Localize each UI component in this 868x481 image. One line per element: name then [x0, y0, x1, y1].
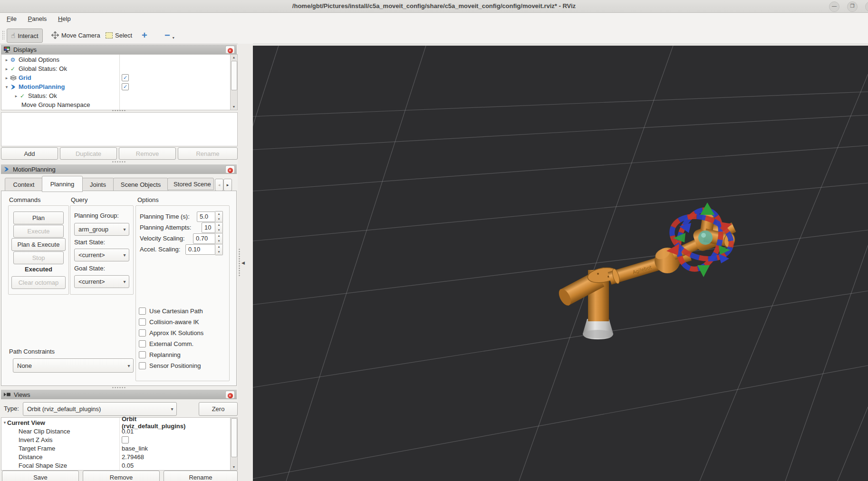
- scroll-up-icon[interactable]: ▲: [231, 55, 237, 60]
- splitter-handle[interactable]: [112, 110, 126, 111]
- approx-ik-solutions-checkbox[interactable]: [139, 329, 146, 337]
- motionplanning-panel-header[interactable]: MotionPlanning ✕: [1, 164, 237, 174]
- tab-context[interactable]: Context: [5, 178, 43, 191]
- approx-ik-solutions-row[interactable]: Approx IK Solutions: [139, 329, 203, 337]
- external-comm-checkbox[interactable]: [139, 340, 146, 347]
- display-duplicate-button[interactable]: Duplicate: [60, 147, 117, 160]
- use-cartesian-path-checkbox[interactable]: [139, 308, 146, 315]
- spin-up-icon[interactable]: ▴: [215, 222, 222, 228]
- spin-up-icon[interactable]: ▴: [215, 212, 222, 217]
- menu-help[interactable]: Help: [53, 13, 76, 25]
- tab-scroll-left-button[interactable]: ◂: [215, 179, 223, 191]
- views-rename-button[interactable]: Rename: [164, 471, 238, 481]
- grid-enabled-checkbox[interactable]: ✓: [122, 74, 129, 81]
- clear-octomap-button[interactable]: Clear octomap: [11, 276, 66, 289]
- menu-panels[interactable]: Panels: [23, 13, 52, 25]
- tab-stored-scene[interactable]: Stored Scene: [167, 178, 214, 190]
- invert-z-checkbox[interactable]: [122, 436, 129, 443]
- views-zero-button[interactable]: Zero: [199, 402, 238, 416]
- expander-icon[interactable]: ▸: [14, 94, 19, 98]
- display-rename-button[interactable]: Rename: [178, 147, 238, 160]
- execute-button[interactable]: Execute: [13, 225, 64, 238]
- stop-button[interactable]: Stop: [13, 251, 64, 264]
- use-cartesian-path-row[interactable]: Use Cartesian Path: [139, 308, 203, 315]
- spin-down-icon[interactable]: ▾: [215, 228, 222, 233]
- views-row-target-frame[interactable]: Target Frame base_link: [1, 444, 55, 452]
- select-tool[interactable]: Select: [102, 29, 136, 42]
- expander-icon[interactable]: ▸: [4, 58, 9, 62]
- splitter-handle[interactable]: [112, 387, 126, 388]
- tree-row-global-options[interactable]: ▸ ⚙ Global Options: [1, 55, 59, 64]
- tree-row-mp-status[interactable]: ▸ ✓ Status: Ok: [1, 91, 57, 100]
- views-row-value[interactable]: 0.01: [122, 428, 134, 435]
- displays-panel-header[interactable]: Displays ✕: [1, 45, 237, 54]
- start-state-select[interactable]: <current> ▾: [74, 249, 129, 261]
- replanning-row[interactable]: Replanning: [139, 351, 181, 358]
- scroll-down-icon[interactable]: ▼: [231, 104, 237, 110]
- accel-scaling-value[interactable]: 0.10: [185, 244, 215, 255]
- views-close-button[interactable]: ✕: [225, 391, 235, 399]
- move-camera-tool[interactable]: Move Camera: [48, 29, 104, 42]
- views-row-value[interactable]: base_link: [122, 445, 148, 452]
- scrollbar-thumb[interactable]: [231, 61, 237, 90]
- tab-scene-objects[interactable]: Scene Objects: [113, 178, 168, 191]
- spin-down-icon[interactable]: ▾: [215, 217, 222, 222]
- planning-attempts-value[interactable]: 10: [202, 222, 215, 233]
- tab-scroll-right-button[interactable]: ▸: [223, 179, 232, 191]
- sensor-positioning-row[interactable]: Sensor Positioning: [139, 362, 201, 369]
- spin-down-icon[interactable]: ▾: [215, 239, 222, 244]
- display-remove-button[interactable]: Remove: [119, 147, 176, 160]
- views-save-button[interactable]: Save: [2, 471, 79, 481]
- path-constraints-select[interactable]: None ▾: [13, 358, 134, 373]
- accel-scaling-spinbox[interactable]: 0.10 ▴▾: [185, 244, 223, 255]
- interact-tool[interactable]: ☝ Interact: [7, 29, 43, 43]
- splitter-handle[interactable]: [112, 161, 126, 163]
- restore-button[interactable]: ❐: [847, 1, 858, 12]
- replanning-checkbox[interactable]: [139, 351, 146, 358]
- planning-time-value[interactable]: 5.0: [197, 212, 215, 222]
- expander-icon[interactable]: ▾: [4, 85, 9, 89]
- velocity-scaling-value[interactable]: 0.70: [193, 233, 215, 244]
- spin-down-icon[interactable]: ▾: [215, 250, 222, 255]
- views-panel-header[interactable]: Views ✕: [1, 390, 237, 399]
- plan-button[interactable]: Plan: [13, 212, 64, 224]
- expander-icon[interactable]: ▾: [2, 420, 7, 425]
- views-type-select[interactable]: Orbit (rviz_default_plugins) ▾: [23, 402, 177, 416]
- tree-row-global-status[interactable]: ▸ ✓ Global Status: Ok: [1, 64, 67, 73]
- plan-and-execute-button[interactable]: Plan & Execute: [11, 238, 66, 251]
- views-row-invert-z[interactable]: Invert Z Axis: [1, 435, 53, 444]
- minimize-button[interactable]: —: [829, 1, 839, 12]
- display-add-button[interactable]: Add: [1, 147, 58, 160]
- collapse-panel-arrow-icon[interactable]: ◀: [241, 260, 245, 265]
- scroll-down-icon[interactable]: ▼: [231, 464, 237, 470]
- toolbar-grip[interactable]: [2, 30, 5, 40]
- add-tool-button[interactable]: +: [138, 29, 151, 42]
- tab-planning[interactable]: Planning: [42, 176, 83, 192]
- views-remove-button[interactable]: Remove: [83, 471, 160, 481]
- velocity-scaling-spinbox[interactable]: 0.70 ▴▾: [193, 233, 223, 244]
- views-row-current-view[interactable]: ▾ Current View Orbit (rviz_default_plugi…: [1, 418, 45, 427]
- planning-group-select[interactable]: arm_group ▾: [74, 223, 129, 236]
- marker-center-sphere[interactable]: [698, 231, 713, 245]
- spin-up-icon[interactable]: ▴: [215, 233, 222, 239]
- collision-aware-ik-checkbox[interactable]: [139, 318, 146, 326]
- tab-joints[interactable]: Joints: [82, 178, 114, 191]
- external-comm-row[interactable]: External Comm.: [139, 340, 193, 347]
- expander-icon[interactable]: ▸: [4, 76, 9, 80]
- tree-row-move-group-namespace[interactable]: Move Group Namespace: [1, 100, 90, 109]
- tree-row-grid[interactable]: ▸ Grid: [1, 73, 31, 82]
- tree-row-motionplanning[interactable]: ▾ MotionPlanning: [1, 82, 65, 91]
- collision-aware-ik-row[interactable]: Collision-aware IK: [139, 318, 199, 326]
- views-row-value[interactable]: 2.79468: [122, 453, 144, 461]
- remove-tool-button[interactable]: − ▾: [161, 29, 178, 42]
- views-table-scrollbar[interactable]: ▼: [230, 418, 237, 470]
- expander-icon[interactable]: ▸: [4, 67, 9, 71]
- panel-splitter[interactable]: ◀: [238, 44, 253, 481]
- spin-up-icon[interactable]: ▴: [215, 244, 222, 250]
- motionplanning-close-button[interactable]: ✕: [225, 165, 235, 173]
- 3d-viewport[interactable]: Agilebot: [253, 46, 868, 481]
- planning-attempts-spinbox[interactable]: 10 ▴▾: [202, 222, 223, 233]
- displays-tree-scrollbar[interactable]: ▲ ▼: [230, 55, 237, 110]
- views-row-distance[interactable]: Distance 2.79468: [1, 452, 43, 461]
- views-row-near-clip[interactable]: Near Clip Distance 0.01: [1, 427, 70, 435]
